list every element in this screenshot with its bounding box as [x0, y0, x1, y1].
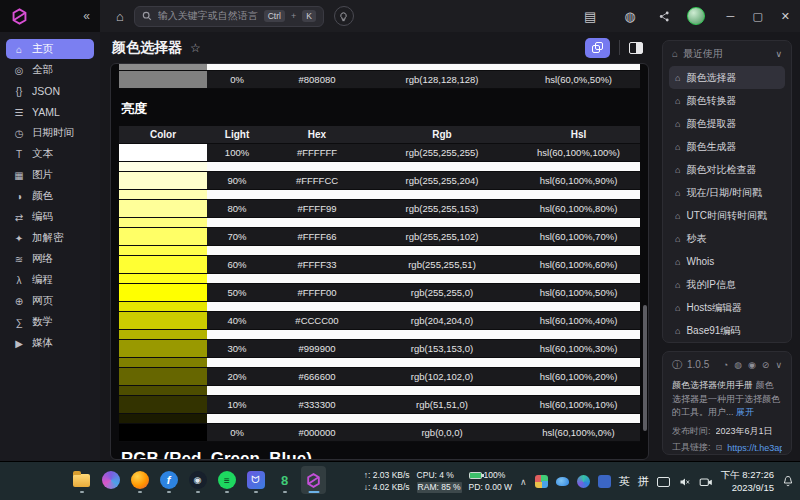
table-header-row: ColorLightHexRgbHsl — [119, 126, 640, 144]
tips-button[interactable] — [334, 6, 354, 26]
field-link[interactable]: https://t.he3app.co... — [727, 443, 782, 453]
color-cell — [119, 228, 207, 245]
taskbar-app-firefox[interactable] — [127, 466, 152, 494]
recent-item[interactable]: ⌂UTC时间转时间戳 — [669, 204, 785, 227]
changelog-icon[interactable]: ▤ — [584, 10, 596, 23]
table-row — [119, 274, 640, 284]
recent-item[interactable]: ⌂颜色提取器 — [669, 112, 785, 135]
recent-item[interactable]: ⌂颜色转换器 — [669, 89, 785, 112]
github-icon[interactable]: ◉ — [748, 360, 756, 370]
favorite-star-icon[interactable]: ☆ — [190, 41, 201, 55]
display-tray-icon[interactable] — [657, 477, 670, 487]
recent-item[interactable]: ⌂秒表 — [669, 227, 785, 250]
muted-speaker-icon[interactable] — [678, 476, 691, 488]
taskbar-app-code-runner[interactable]: 8 — [272, 466, 297, 494]
notifications-bell-icon[interactable] — [782, 475, 794, 488]
sidebar-item-图片[interactable]: ▦图片 — [6, 165, 94, 185]
sidebar-item-媒体[interactable]: ▶媒体 — [6, 333, 94, 353]
camera-tray-icon[interactable] — [699, 476, 713, 488]
sidebar-item-网页[interactable]: ⊕网页 — [6, 291, 94, 311]
share-icon[interactable] — [658, 10, 671, 23]
history-icon[interactable]: ◔ — [723, 360, 728, 370]
ime-language-indicator[interactable]: 英 — [619, 474, 630, 489]
light-cell: 10% — [207, 396, 267, 413]
minimize-button[interactable]: ─ — [727, 10, 735, 22]
taskbar-app-spotify[interactable]: ≡ — [214, 466, 239, 494]
close-button[interactable]: ✕ — [781, 10, 790, 23]
tool-icon: ⌂ — [675, 257, 680, 267]
table-row — [119, 414, 640, 424]
sidebar-item-网络[interactable]: ≋网络 — [6, 249, 94, 269]
home-nav-icon[interactable]: ⌂ — [116, 10, 124, 23]
widgets-tray-icon[interactable] — [535, 475, 548, 488]
hex-cell — [267, 274, 367, 283]
browser-icon[interactable]: ◍ — [624, 10, 635, 23]
sidebar-item-数学[interactable]: ∑数学 — [6, 312, 94, 332]
column-header: Rgb — [367, 126, 517, 143]
recent-item[interactable]: ⌂Hosts编辑器 — [669, 296, 785, 319]
recent-item[interactable]: ⌂Whois — [669, 250, 785, 273]
recent-item-label: 我的IP信息 — [686, 278, 735, 292]
sidebar-item-label: 图片 — [32, 168, 53, 182]
text-icon: T — [13, 149, 25, 160]
he3-logo-icon — [10, 7, 29, 26]
hsl-cell: hsl(60,100%,40%) — [517, 312, 640, 329]
taskbar-app-downloader[interactable]: f — [156, 466, 181, 494]
hsl-cell: hsl(60,100%,80%) — [517, 200, 640, 217]
table-row — [119, 386, 640, 396]
edge-tray-icon[interactable] — [577, 475, 590, 488]
table-row — [119, 218, 640, 228]
recent-item[interactable]: ⌂现在/日期/时间戳 — [669, 181, 785, 204]
sidebar-item-日期时间[interactable]: ◷日期时间 — [6, 123, 94, 143]
recent-item[interactable]: ⌂Base91编码 — [669, 319, 785, 342]
running-indicator — [80, 491, 84, 494]
taskbar-app-start[interactable] — [40, 466, 65, 494]
recent-item[interactable]: ⌂颜色对比检查器 — [669, 158, 785, 181]
sidebar-collapse-button[interactable]: « — [83, 9, 90, 23]
restore-button[interactable]: ▢ — [752, 10, 762, 23]
recent-item[interactable]: ⌂我的IP信息 — [669, 273, 785, 296]
light-cell: 50% — [207, 284, 267, 301]
expand-link[interactable]: 展开 — [736, 407, 754, 417]
hex-cell — [267, 190, 367, 199]
recent-item[interactable]: ⌂颜色选择器 — [669, 66, 785, 89]
app-tray-icon[interactable] — [598, 475, 611, 488]
taskbar-app-steam[interactable]: ◉ — [185, 466, 210, 494]
taskbar-clock[interactable]: 下午 8:27:26 2023/9/15 — [721, 469, 774, 495]
light-cell — [207, 63, 267, 70]
sidebar-item-文本[interactable]: T文本 — [6, 144, 94, 164]
recent-item[interactable]: ⌂颜色生成器 — [669, 135, 785, 158]
color-cell — [119, 340, 207, 357]
ime-mode-indicator[interactable]: 拼 — [638, 474, 649, 489]
traffic-monitor[interactable]: ↑: 2.03 KB/s ↓: 4.02 KB/s CPU: 4 % RAM: … — [364, 470, 512, 493]
tray-expand-icon[interactable]: ∧ — [520, 477, 527, 487]
sidebar-item-JSON[interactable]: {}JSON — [6, 81, 94, 101]
taskbar-app-file-explorer[interactable] — [69, 466, 94, 494]
battery-percent: 100% — [484, 470, 506, 481]
recent-item-label: 颜色选择器 — [686, 71, 736, 85]
sidebar-item-编码[interactable]: ⇄编码 — [6, 207, 94, 227]
sidebar-item-编程[interactable]: λ编程 — [6, 270, 94, 290]
block-icon[interactable]: ⊘ — [762, 360, 770, 370]
onedrive-tray-icon[interactable] — [556, 477, 569, 486]
sidebar-item-YAML[interactable]: ☰YAML — [6, 102, 94, 122]
taskbar-app-notes-app[interactable]: ᗢ — [243, 466, 268, 494]
color-cell — [119, 190, 207, 199]
pin-tool-button[interactable] — [585, 38, 610, 58]
user-avatar[interactable] — [687, 7, 705, 25]
sidebar-item-全部[interactable]: ◎全部 — [6, 60, 94, 80]
recent-header[interactable]: ⌂ 最近使用 ∨ — [663, 41, 791, 66]
section-title: 亮度 — [121, 100, 640, 118]
sidebar-item-主页[interactable]: ⌂主页 — [6, 39, 94, 59]
search-input[interactable]: 输入关键字或自然语言进... Ctrl + K — [134, 6, 324, 27]
chevron-down-icon[interactable]: ∨ — [775, 360, 782, 370]
chevron-down-icon[interactable]: ∨ — [775, 49, 782, 59]
right-panel-toggle-icon[interactable] — [629, 42, 643, 54]
taskbar-app-he3[interactable] — [301, 466, 326, 494]
scrollbar-thumb[interactable] — [643, 305, 647, 431]
taskbar-app-ms-365[interactable] — [98, 466, 123, 494]
search-placeholder: 输入关键字或自然语言进... — [158, 9, 258, 23]
website-icon[interactable]: ◍ — [734, 360, 742, 370]
sidebar-item-加解密[interactable]: ✦加解密 — [6, 228, 94, 248]
sidebar-item-颜色[interactable]: ◑颜色 — [6, 186, 94, 206]
